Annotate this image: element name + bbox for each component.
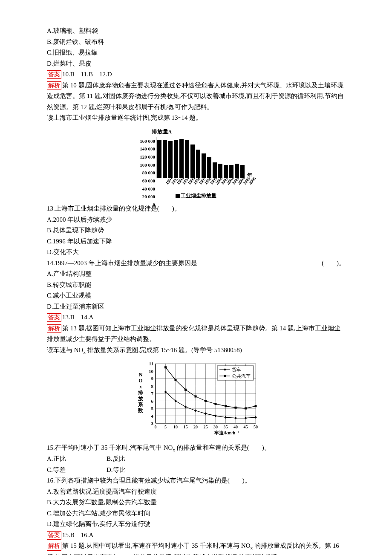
svg-text:数: 数 <box>138 408 144 413</box>
q16-option-c: C.增加公共汽车站,减少市民候车时间 <box>47 508 345 519</box>
svg-text:0: 0 <box>155 425 157 429</box>
svg-text:11: 11 <box>149 361 153 366</box>
q13-stem: 13.上海市工业烟尘排放量的变化规律是( )。 <box>47 203 345 214</box>
answer-label: 答案 <box>47 313 61 322</box>
svg-rect-59 <box>225 405 227 408</box>
chart2-svg: 3456789101105101520253035404550NOx排放系数车速… <box>132 359 260 436</box>
chart1-plot <box>156 137 245 178</box>
q13-option-d: D.变化不大 <box>47 247 345 258</box>
chart1-yaxis: 160 000140 000120 000100 00080 00060 000… <box>140 137 155 178</box>
answer-15-16: 答案15.B 16.A <box>47 530 345 541</box>
svg-text:40: 40 <box>233 425 238 429</box>
q14-stem: 14.1997—2003 年上海市烟尘排放量减少的主要原因是 ( )。 <box>47 258 345 269</box>
q13-option-c: C.1996 年以后加速下降 <box>47 236 345 247</box>
svg-text:货车: 货车 <box>232 367 241 372</box>
answer-13-14-text: 13.B 14.A <box>62 314 93 321</box>
q12-option-a: A.玻璃瓶、塑料袋 <box>47 26 345 37</box>
chart-line-nox: 3456789101105101520253035404550NOx排放系数车速… <box>47 359 345 440</box>
answer-10-12-text: 10.B 11.B 12.D <box>62 71 112 78</box>
svg-rect-56 <box>195 396 197 398</box>
svg-text:10: 10 <box>173 425 178 429</box>
svg-rect-54 <box>175 379 177 381</box>
q15-option-a: A.正比 <box>47 454 107 465</box>
q16-option-a: A.改善道路状况,适度提高汽车行驶速度 <box>47 486 345 497</box>
svg-text:O: O <box>138 378 142 384</box>
chart1-legend: 工业烟尘排放量 <box>140 191 252 200</box>
explain-10-12-text: 第 10 题,固体废弃物危害主要表现在通过各种途径危害人体健康,并对大气环境、水… <box>47 82 344 110</box>
lead-15-b: 排放量关系示意图,完成第 15~16 题。(导学号 51380058) <box>86 347 242 353</box>
q12-option-c: C.旧报纸、易拉罐 <box>47 47 345 58</box>
lead-13-14: 读上海市工业烟尘排放量逐年统计图,完成第 13~14 题。 <box>47 113 345 124</box>
q14-stem-right: ( )。 <box>322 258 345 269</box>
svg-rect-61 <box>245 408 247 410</box>
q16-option-b: B.大力发展货车数量,限制公共汽车数量 <box>47 497 345 508</box>
q14-option-c: C.减小工业规模 <box>47 290 345 301</box>
answer-13-14: 答案13.B 14.A <box>47 312 345 323</box>
explain-13-14-text: 第 13 题,据图可知上海市工业烟尘排放量的变化规律是总体呈现下降趋势。第 14… <box>47 325 340 343</box>
q13-option-b: B.总体呈现下降趋势 <box>47 225 345 236</box>
q13-option-a: A.2000 年以后持续减少 <box>47 214 345 225</box>
q15-stem-a: 15.在平均时速小于 35 千米时,汽车尾气中 NO <box>47 444 173 451</box>
svg-text:50: 50 <box>254 425 258 429</box>
q15-option-c: C.等差 <box>47 465 107 476</box>
explain-15-16: 解析第 15 题,从图中可以看出,车速在平均时速小于 35 千米时,车速与 NO… <box>47 541 345 555</box>
q15-option-d: D.等比 <box>107 465 166 476</box>
explain-label: 解析 <box>47 542 61 550</box>
svg-text:25: 25 <box>204 425 208 429</box>
svg-rect-53 <box>164 367 167 369</box>
svg-text:车速/km·h⁻¹: 车速/km·h⁻¹ <box>214 430 239 435</box>
chart1-xaxis: 1991199219931994199519961997199819992000… <box>140 179 252 186</box>
lead-15-16: 读车速与 NOx 排放量关系示意图,完成第 15~16 题。(导学号 51380… <box>47 345 345 356</box>
svg-rect-60 <box>235 407 237 409</box>
answer-label: 答案 <box>47 70 61 79</box>
svg-text:5: 5 <box>151 406 154 411</box>
chart-bar-emissions: 排放量/t 160 000140 000120 000100 00080 000… <box>47 127 345 201</box>
svg-text:45: 45 <box>244 425 248 429</box>
svg-text:9: 9 <box>151 376 154 381</box>
q15-stem-b: 的排放量和车速的关系是( )。 <box>175 444 271 451</box>
q16-stem: 16.下列各项措施中较为合理且能有效减少城市汽车尾气污染的是( )。 <box>47 475 345 486</box>
svg-text:35: 35 <box>224 425 228 429</box>
svg-text:8: 8 <box>151 384 154 389</box>
svg-text:放: 放 <box>138 396 144 402</box>
lead-15-a: 读车速与 NO <box>47 347 83 353</box>
svg-text:系: 系 <box>138 402 144 408</box>
answer-label: 答案 <box>47 531 61 540</box>
svg-text:公共汽车: 公共汽车 <box>232 373 251 379</box>
svg-text:4: 4 <box>151 413 154 419</box>
svg-text:10: 10 <box>149 369 154 374</box>
legend-square-icon <box>176 194 180 198</box>
q14-stem-left: 14.1997—2003 年上海市烟尘排放量减少的主要原因是 <box>47 258 197 269</box>
svg-rect-64 <box>224 375 226 377</box>
chart1-legend-text: 工业烟尘排放量 <box>181 193 216 199</box>
svg-rect-57 <box>205 400 207 402</box>
q12-option-d: D.烂菜叶、果皮 <box>47 58 345 69</box>
explain-10-12: 解析第 10 题,固体废弃物危害主要表现在通过各种途径危害人体健康,并对大气环境… <box>47 80 345 113</box>
svg-text:7: 7 <box>151 391 154 396</box>
svg-rect-58 <box>215 403 217 405</box>
svg-text:排: 排 <box>138 390 143 396</box>
svg-text:5: 5 <box>164 425 167 429</box>
answer-15-16-text: 15.B 16.A <box>62 532 93 538</box>
q15-stem: 15.在平均时速小于 35 千米时,汽车尾气中 NOx 的排放量和车速的关系是(… <box>47 442 345 454</box>
explain-13-14: 解析第 13 题,据图可知上海市工业烟尘排放量的变化规律是总体呈现下降趋势。第 … <box>47 323 345 345</box>
svg-text:20: 20 <box>193 425 198 429</box>
q14-option-b: B.转变城市职能 <box>47 280 345 291</box>
exp15-a: 第 15 题,从图中可以看出,车速在平均时速小于 35 千米时,车速与 NO <box>62 542 251 549</box>
q14-option-a: A.产业结构调整 <box>47 269 345 280</box>
svg-text:6: 6 <box>151 399 154 404</box>
svg-text:x: x <box>139 384 142 390</box>
q12-option-b: B.废铜烂铁、破布料 <box>47 37 345 48</box>
svg-text:15: 15 <box>184 425 188 429</box>
explain-label: 解析 <box>47 324 61 333</box>
svg-rect-62 <box>255 405 257 408</box>
q16-option-d: D.建立绿化隔离带,实行人车分道行驶 <box>47 519 345 530</box>
svg-text:30: 30 <box>213 425 218 429</box>
svg-rect-55 <box>184 389 187 391</box>
svg-text:3: 3 <box>151 421 154 426</box>
svg-text:N: N <box>139 372 143 378</box>
answer-10-12: 答案10.B 11.B 12.D <box>47 69 345 80</box>
q15-options-row2: C.等差 D.等比 <box>47 465 345 476</box>
q14-option-d: D.工业迁至浦东新区 <box>47 301 345 312</box>
q15-option-b: B.反比 <box>107 454 166 465</box>
